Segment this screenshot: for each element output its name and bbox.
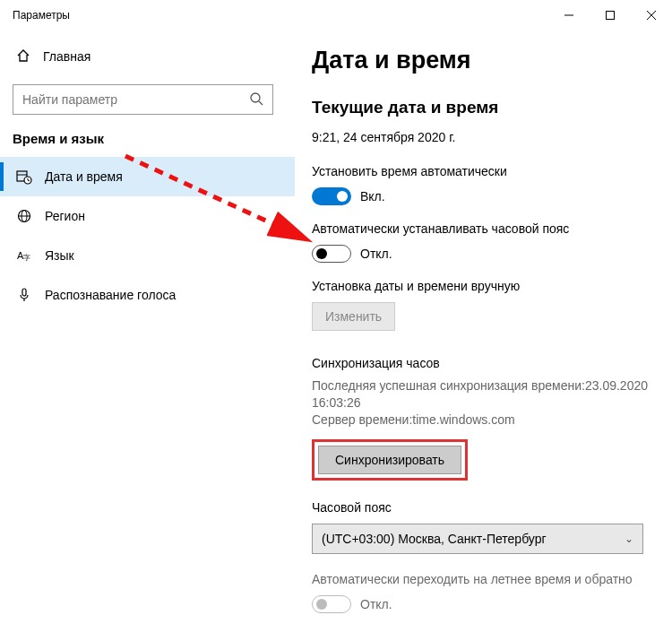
auto-tz-label: Автоматически устанавливать часовой пояс	[312, 221, 656, 236]
home-nav[interactable]: Главная	[0, 38, 295, 75]
search-icon	[249, 91, 263, 108]
toggle-state-label: Откл.	[360, 597, 392, 611]
dst-toggle	[312, 595, 351, 613]
current-datetime-value: 9:21, 24 сентября 2020 г.	[312, 130, 656, 144]
toggle-state-label: Откл.	[360, 247, 392, 261]
sidebar-item-label: Распознавание голоса	[45, 288, 176, 302]
svg-rect-1	[607, 12, 615, 20]
toggle-state-label: Вкл.	[360, 189, 385, 204]
titlebar: Параметры	[0, 0, 672, 30]
svg-line-5	[259, 101, 263, 105]
close-button[interactable]	[631, 0, 672, 30]
category-title: Время и язык	[0, 131, 295, 157]
timezone-select[interactable]: (UTC+03:00) Москва, Санкт-Петербург ⌄	[312, 524, 643, 554]
home-label: Главная	[43, 49, 90, 64]
search-input[interactable]	[22, 92, 249, 107]
svg-rect-16	[22, 289, 26, 296]
sidebar-item-label: Язык	[45, 248, 74, 263]
tz-heading: Часовой пояс	[312, 500, 656, 515]
search-box[interactable]	[13, 84, 273, 115]
minimize-button[interactable]	[548, 0, 590, 30]
chevron-down-icon: ⌄	[625, 533, 633, 545]
manual-set-label: Установка даты и времени вручную	[312, 279, 656, 293]
sync-server-text: Сервер времени:time.windows.com	[312, 411, 656, 429]
window-title: Параметры	[13, 9, 70, 22]
dst-label: Автоматически переходить на летнее время…	[312, 572, 656, 586]
sidebar-item-region[interactable]: Регион	[0, 196, 295, 236]
sidebar-item-label: Дата и время	[45, 169, 123, 184]
sidebar-item-datetime[interactable]: Дата и время	[0, 157, 295, 196]
home-icon	[16, 48, 30, 65]
svg-text:字: 字	[23, 254, 30, 262]
page-title: Дата и время	[312, 47, 656, 74]
content-pane: Дата и время Текущие дата и время 9:21, …	[296, 30, 672, 641]
annotation-highlight: Синхронизировать	[312, 439, 468, 481]
sidebar-item-language[interactable]: A字 Язык	[0, 236, 295, 275]
sidebar-item-label: Регион	[45, 209, 85, 223]
auto-time-label: Установить время автоматически	[312, 164, 656, 178]
sidebar: Главная Время и язык Дата и время Регион	[0, 30, 296, 641]
sync-heading: Синхронизация часов	[312, 356, 656, 370]
auto-time-toggle[interactable]	[312, 187, 351, 205]
language-icon: A字	[16, 248, 32, 263]
sync-button[interactable]: Синхронизировать	[318, 446, 461, 474]
clock-calendar-icon	[16, 169, 32, 185]
auto-tz-toggle[interactable]	[312, 245, 351, 263]
timezone-value: (UTC+03:00) Москва, Санкт-Петербург	[322, 532, 547, 546]
microphone-icon	[16, 288, 32, 302]
sync-last-text: Последняя успешная синхронизация времени…	[312, 377, 656, 411]
maximize-button[interactable]	[590, 0, 631, 30]
sidebar-item-speech[interactable]: Распознавание голоса	[0, 275, 295, 315]
current-datetime-heading: Текущие дата и время	[312, 98, 656, 117]
svg-point-4	[251, 93, 260, 102]
globe-icon	[16, 209, 32, 223]
change-button: Изменить	[312, 302, 395, 331]
